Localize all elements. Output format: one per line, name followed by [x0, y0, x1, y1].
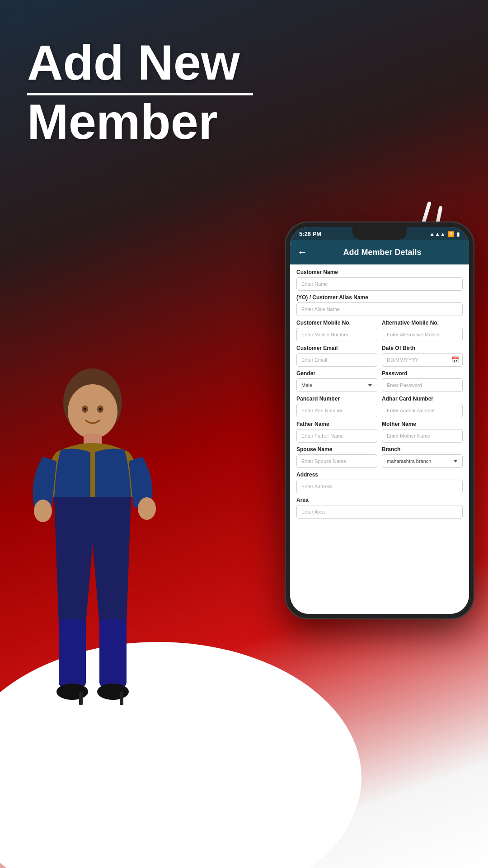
spouse-branch-row: Spouse Name Branch maharashtra branch de…	[296, 446, 463, 468]
mobile-input[interactable]	[296, 328, 377, 341]
customer-name-input[interactable]	[296, 277, 463, 291]
person-figure	[14, 353, 172, 723]
heading-line2: Member	[27, 95, 253, 148]
area-label: Area	[296, 497, 463, 503]
alias-name-row: (YO) / Customer Alias Name	[296, 294, 463, 316]
mobile-col: Customer Mobile No.	[296, 320, 377, 341]
email-input[interactable]	[296, 353, 377, 367]
wifi-icon: 🛜	[448, 231, 455, 237]
spouse-col: Spouse Name	[296, 446, 377, 468]
mother-label: Mother Name	[382, 421, 463, 427]
svg-point-4	[68, 384, 117, 439]
mother-col: Mother Name	[382, 421, 463, 443]
mobile-label: Customer Mobile No.	[296, 320, 377, 326]
alt-mobile-col: Alternative Mobile No.	[382, 320, 463, 341]
father-input[interactable]	[296, 429, 377, 443]
spouse-label: Spouse Name	[296, 446, 377, 453]
dob-col: Date Of Birth 📅	[382, 345, 463, 367]
phone-screen: 5:26 PM ▲▲▲ 🛜 ▮ ← Add Member Details Cus…	[290, 227, 469, 614]
status-icons: ▲▲▲ 🛜 ▮	[429, 231, 460, 237]
signal-icon: ▲▲▲	[429, 231, 446, 237]
address-input[interactable]	[296, 480, 463, 493]
status-time: 5:26 PM	[299, 231, 321, 237]
pan-input[interactable]	[296, 404, 377, 417]
aadhar-col: Adhar Card Number	[382, 396, 463, 417]
svg-rect-8	[59, 619, 86, 687]
svg-point-11	[97, 684, 129, 700]
email-col: Customer Email	[296, 345, 377, 367]
email-label: Customer Email	[296, 345, 377, 351]
svg-rect-13	[120, 692, 123, 705]
spouse-input[interactable]	[296, 454, 377, 468]
svg-rect-9	[99, 619, 127, 687]
aadhar-label: Adhar Card Number	[382, 396, 463, 402]
svg-point-7	[138, 497, 156, 520]
alt-mobile-label: Alternative Mobile No.	[382, 320, 463, 326]
customer-name-row: Customer Name	[296, 269, 463, 291]
back-button[interactable]: ←	[297, 246, 307, 258]
alt-mobile-input[interactable]	[382, 328, 463, 341]
pan-aadhar-row: Pancard Number Adhar Card Number	[296, 396, 463, 417]
gender-password-row: Gender Male Female Other Password	[296, 370, 463, 392]
app-header: ← Add Member Details	[290, 240, 469, 264]
branch-select[interactable]: maharashtra branch delhi branch mumbai b…	[382, 454, 463, 468]
svg-point-16	[84, 408, 86, 410]
father-label: Father Name	[296, 421, 377, 427]
aadhar-input[interactable]	[382, 404, 463, 417]
mobile-row: Customer Mobile No. Alternative Mobile N…	[296, 320, 463, 341]
calendar-icon: 📅	[451, 356, 459, 363]
svg-point-6	[34, 500, 52, 522]
father-col: Father Name	[296, 421, 377, 443]
dob-label: Date Of Birth	[382, 345, 463, 351]
app-title: Add Member Details	[313, 248, 452, 257]
password-input[interactable]	[382, 378, 463, 392]
password-label: Password	[382, 370, 463, 377]
address-label: Address	[296, 472, 463, 478]
gender-col: Gender Male Female Other	[296, 370, 377, 392]
branch-col: Branch maharashtra branch delhi branch m…	[382, 446, 463, 468]
customer-name-label: Customer Name	[296, 269, 463, 275]
pan-col: Pancard Number	[296, 396, 377, 417]
phone-shell: 5:26 PM ▲▲▲ 🛜 ▮ ← Add Member Details Cus…	[285, 222, 474, 619]
dob-input-wrap: 📅	[382, 353, 463, 367]
gender-label: Gender	[296, 370, 377, 377]
phone-container: 5:26 PM ▲▲▲ 🛜 ▮ ← Add Member Details Cus…	[285, 222, 474, 619]
svg-rect-12	[79, 692, 83, 705]
pan-label: Pancard Number	[296, 396, 377, 402]
mother-input[interactable]	[382, 429, 463, 443]
area-input[interactable]	[296, 505, 463, 519]
svg-point-10	[56, 684, 88, 700]
alias-name-label: (YO) / Customer Alias Name	[296, 294, 463, 301]
email-dob-row: Customer Email Date Of Birth 📅	[296, 345, 463, 367]
svg-point-17	[99, 408, 102, 410]
dob-input[interactable]	[382, 353, 463, 367]
branch-label: Branch	[382, 446, 463, 453]
alias-name-input[interactable]	[296, 302, 463, 316]
phone-notch	[352, 227, 407, 240]
area-row: Area	[296, 497, 463, 519]
heading-line1: Add New	[27, 36, 253, 89]
father-mother-row: Father Name Mother Name	[296, 421, 463, 443]
form-area: Customer Name (YO) / Customer Alias Name…	[290, 264, 469, 614]
battery-icon: ▮	[457, 231, 460, 237]
gender-select[interactable]: Male Female Other	[296, 378, 377, 392]
address-row: Address	[296, 472, 463, 493]
password-col: Password	[382, 370, 463, 392]
page-heading-block: Add New Member	[27, 36, 253, 147]
